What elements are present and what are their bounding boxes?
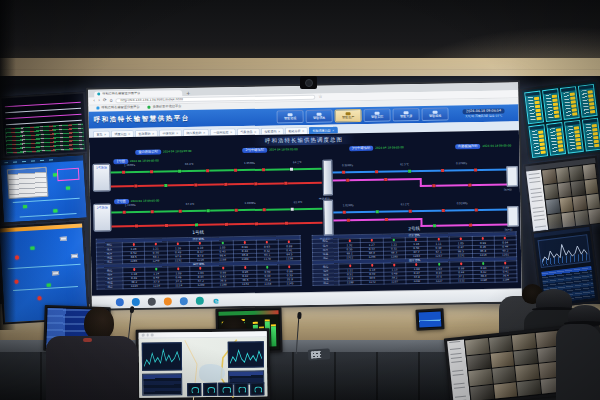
- back-icon[interactable]: ‹: [93, 99, 95, 104]
- data-table: 供水管线阀位供压1.261.211.161.101.050.990.930.88…: [96, 235, 302, 290]
- tab-close-icon[interactable]: ×: [152, 132, 155, 135]
- bookmark-star-icon[interactable]: ☆: [319, 95, 323, 100]
- station-badge: 金山热源首站2024-04-18 09:05:00: [135, 149, 191, 155]
- station-badge: 3号中继泵站2024-04-18 09:05:00: [349, 145, 404, 151]
- forward-icon[interactable]: ›: [98, 99, 100, 104]
- energy-bar: [572, 112, 577, 116]
- tab-close-icon[interactable]: ×: [302, 129, 305, 132]
- left-wall-edge: [0, 0, 16, 330]
- table-cell: 1288: [339, 281, 361, 286]
- nav-button[interactable]: 智慧监视: [277, 110, 304, 123]
- station-badge-chip[interactable]: 3号中继泵站: [349, 146, 374, 152]
- taskbar-icon-app[interactable]: [196, 297, 204, 305]
- energy-bar: [587, 90, 592, 94]
- jacket-collar: [83, 338, 92, 342]
- station-badge-chip[interactable]: 金山热源首站: [135, 150, 161, 156]
- app-nav-buttons: 智慧监视智慧调度智慧生产智慧安防智慧大屏智慧巡检: [277, 108, 449, 123]
- energy-bar: [534, 96, 539, 100]
- energy-panel: [546, 122, 566, 156]
- tab-close-icon[interactable]: ×: [230, 131, 233, 134]
- status-dot: [288, 241, 290, 243]
- gauge-tile: [187, 383, 201, 396]
- station-badge-chip[interactable]: 2号中继泵站: [243, 148, 268, 154]
- camera-tile: [569, 166, 583, 181]
- taskbar-icon-ie[interactable]: e: [212, 297, 220, 305]
- energy-bar: [556, 132, 561, 136]
- taskbar-icon-chrome[interactable]: [180, 297, 188, 305]
- data-tile: [60, 237, 67, 241]
- camera-tile: [544, 184, 558, 199]
- bookmark-item[interactable]: 呼和浩特长输智慧供热平台: [96, 106, 139, 110]
- energy-panel: [564, 120, 584, 154]
- status-dot: [349, 265, 351, 267]
- wall-screen-cctv: [523, 156, 600, 231]
- tab-close-icon[interactable]: ×: [128, 133, 131, 136]
- pump-station-tower: [322, 160, 333, 196]
- taskbar-icon-start[interactable]: [116, 298, 124, 306]
- valve-icon: [207, 209, 210, 212]
- clock-weather-block: 2024-04-18 09:06:54 天气:晴 西南风3级 温度:15℃: [454, 108, 514, 118]
- status-dot: [437, 238, 439, 240]
- meter-column: [271, 324, 276, 346]
- nav-button[interactable]: 智慧调度: [306, 110, 333, 123]
- nav-button[interactable]: 智慧生产: [335, 109, 362, 122]
- table-cell: 1198: [472, 278, 494, 283]
- tab-close-icon[interactable]: ×: [332, 129, 335, 132]
- map-chart: [144, 344, 180, 368]
- status-dot: [393, 239, 395, 241]
- camera-tile: [548, 214, 562, 229]
- line-chip-row: 2号线2024-04-18 09:05:00: [114, 199, 159, 205]
- bookmark-item[interactable]: 换热站集中监控平台: [148, 106, 182, 110]
- camera-tile: [586, 194, 600, 209]
- status-dot: [482, 262, 484, 264]
- energy-bar: [540, 146, 545, 150]
- energy-bar: [552, 98, 557, 102]
- page-tab-label: 调度总图: [114, 133, 126, 136]
- right-supply-pipe: [333, 168, 517, 173]
- trend-chart: [540, 236, 589, 265]
- camera-tile: [470, 384, 494, 400]
- tab-close-icon[interactable]: ×: [278, 130, 281, 133]
- status-dot: [482, 237, 484, 239]
- camera-tile: [588, 209, 600, 224]
- connector-line: [20, 213, 77, 217]
- pipe-value-label: 1.31MPa: [125, 205, 136, 208]
- valve-icon: [262, 168, 265, 171]
- status-dot: [371, 239, 373, 241]
- nav-button[interactable]: 智慧安防: [364, 109, 391, 122]
- right-supply-pipe: [333, 208, 517, 213]
- home-icon[interactable]: ⌂: [110, 99, 113, 104]
- nav-button[interactable]: 智慧巡检: [421, 108, 448, 121]
- tab-close-icon[interactable]: ×: [203, 131, 206, 134]
- tab-close-icon[interactable]: ×: [176, 132, 179, 135]
- equipment-indicator: [23, 205, 27, 208]
- trend-chart-panel: [538, 234, 591, 268]
- status-dot: [371, 264, 373, 266]
- taskbar-icon-firefox[interactable]: [164, 297, 172, 305]
- page-tab-label: 热源首站: [138, 132, 150, 135]
- taskbar-icon-files[interactable]: [148, 298, 156, 306]
- valve-icon: [347, 218, 350, 221]
- window-dot: [146, 334, 149, 337]
- refresh-icon[interactable]: ⟳: [103, 99, 107, 104]
- energy-bar: [593, 131, 598, 135]
- city-map: [139, 337, 268, 397]
- camera-tile: [489, 336, 513, 353]
- valve-icon: [151, 210, 154, 213]
- table-cell: 1214: [168, 284, 190, 289]
- valve-icon: [234, 168, 237, 171]
- energy-bar: [540, 150, 545, 154]
- tab-close-icon[interactable]: ×: [104, 133, 107, 136]
- station-badge-chip[interactable]: 古路板隔压站: [455, 144, 481, 150]
- status-dot: [348, 240, 350, 242]
- energy-bar: [554, 110, 559, 114]
- camera-tile: [492, 366, 516, 383]
- nav-button[interactable]: 智慧大屏: [392, 108, 419, 121]
- taskbar-icon-browser[interactable]: [132, 298, 140, 306]
- cap-person-2-body: [556, 324, 600, 400]
- valve-icon: [135, 224, 138, 227]
- energy-bar: [592, 127, 597, 131]
- table-cell: 1172: [234, 282, 256, 287]
- pipe-line: [6, 114, 82, 120]
- tab-close-icon[interactable]: ×: [254, 130, 257, 133]
